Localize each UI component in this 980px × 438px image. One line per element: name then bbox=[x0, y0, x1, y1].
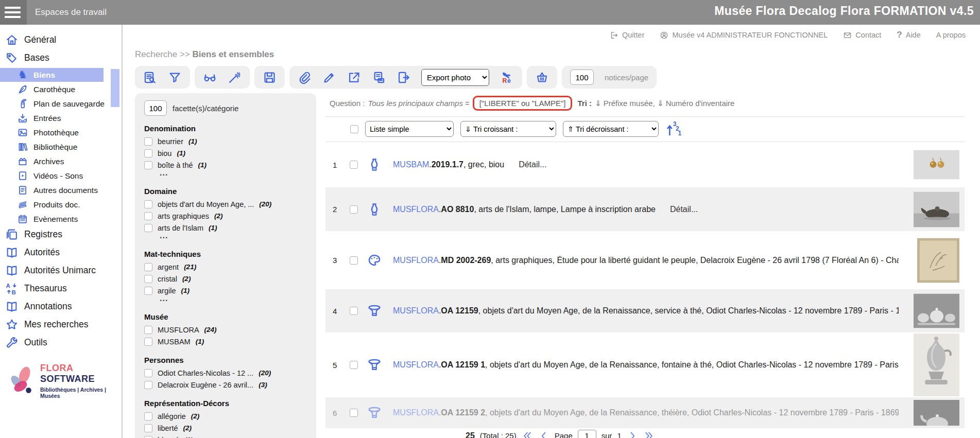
basket-icon[interactable] bbox=[535, 71, 549, 84]
user-account-link[interactable]: Musée v4 ADMINISTRATEUR FONCTIONNEL bbox=[660, 31, 828, 40]
rabbit-re-icon[interactable]: Re bbox=[500, 71, 514, 84]
sidebar-item-carotheque[interactable]: Carothèque bbox=[0, 82, 122, 96]
about-link[interactable]: A propos bbox=[936, 31, 966, 39]
facet-checkbox[interactable] bbox=[144, 424, 152, 432]
print-file-icon[interactable] bbox=[372, 71, 386, 84]
sidebar-item-entrees[interactable]: Entrées bbox=[0, 111, 122, 125]
facet-checkbox[interactable] bbox=[144, 369, 152, 377]
sidebar-item-general[interactable]: Général bbox=[0, 32, 122, 48]
result-thumbnail-samovar[interactable] bbox=[914, 334, 959, 396]
facet-group-domaine: Domaineobjets d'art du Moyen Age, ...(20… bbox=[144, 187, 307, 241]
sidebar-item-bases[interactable]: Bases bbox=[0, 50, 122, 66]
magic-wand-icon[interactable] bbox=[228, 71, 242, 84]
facet-count: (1) bbox=[209, 224, 217, 232]
edit-pencil-icon[interactable] bbox=[322, 71, 336, 84]
sidebar-item-mes-recherches[interactable]: Mes recherches bbox=[0, 317, 122, 332]
sidebar-item-produits-doc[interactable]: Produits doc. bbox=[0, 198, 122, 212]
page-number-input[interactable] bbox=[578, 430, 596, 438]
museum-prefix-link[interactable]: MUSFLORA bbox=[393, 256, 439, 265]
save-icon[interactable] bbox=[263, 71, 277, 84]
facet-count: (1) bbox=[196, 338, 204, 345]
museum-prefix-link[interactable]: MUSBAM bbox=[393, 160, 429, 169]
sort-descending-select[interactable]: ⇑ Tri décroissant : bbox=[563, 121, 659, 137]
museum-prefix-link[interactable]: MUSFLORA bbox=[393, 408, 439, 417]
result-thumbnail-teapot[interactable] bbox=[914, 400, 959, 426]
facet-checkbox[interactable] bbox=[144, 287, 152, 295]
facet-checkbox[interactable] bbox=[144, 381, 152, 389]
attachment-icon[interactable] bbox=[298, 71, 312, 84]
result-checkbox[interactable] bbox=[350, 256, 358, 265]
facet-checkbox[interactable] bbox=[144, 161, 152, 169]
sidebar-item-autres-documents[interactable]: Autres documents bbox=[0, 183, 122, 197]
select-all-checkbox[interactable] bbox=[350, 125, 358, 133]
sidebar-item-phototheque[interactable]: Photothèque bbox=[0, 126, 122, 139]
facet-checkbox[interactable] bbox=[144, 212, 152, 220]
sidebar-item-archives[interactable]: Archives bbox=[0, 154, 122, 168]
result-number: 4 bbox=[333, 307, 343, 316]
previous-page-icon[interactable] bbox=[538, 430, 549, 438]
facet-checkbox[interactable] bbox=[144, 338, 152, 346]
export-file-icon[interactable] bbox=[397, 71, 410, 84]
result-checkbox[interactable] bbox=[350, 205, 358, 214]
contact-link[interactable]: Contact bbox=[843, 31, 881, 40]
facet-checkbox[interactable] bbox=[144, 137, 152, 146]
sidebar-scrollbar-thumb[interactable] bbox=[111, 69, 119, 107]
next-page-icon[interactable] bbox=[627, 430, 638, 438]
notices-per-page-input[interactable] bbox=[570, 69, 594, 85]
list-search-icon[interactable] bbox=[143, 71, 157, 84]
sidebar-item-videos-sons[interactable]: Vidéos - Sons bbox=[0, 169, 122, 183]
result-thumbnail-earrings[interactable] bbox=[914, 150, 959, 180]
facet-checkbox[interactable] bbox=[144, 436, 152, 438]
sidebar-item-label: Autorités bbox=[24, 247, 60, 258]
result-thumbnail-drawing[interactable] bbox=[917, 238, 959, 283]
sidebar-item-outils[interactable]: Outils bbox=[0, 335, 122, 351]
display-mode-select[interactable]: Liste simple bbox=[365, 121, 454, 137]
facet-checkbox[interactable] bbox=[144, 326, 152, 334]
export-photo-select[interactable]: Export photo bbox=[421, 69, 489, 86]
facet-count-input[interactable] bbox=[144, 100, 167, 116]
facet-checkbox[interactable] bbox=[144, 412, 152, 421]
facet-checkbox[interactable] bbox=[144, 275, 152, 283]
first-page-icon[interactable] bbox=[522, 430, 533, 438]
result-checkbox[interactable] bbox=[350, 161, 358, 169]
facet-checkbox[interactable] bbox=[144, 200, 152, 208]
sidebar-item-bibliotheque[interactable]: Bibliothèque bbox=[0, 140, 122, 154]
glasses-view-icon[interactable] bbox=[203, 71, 217, 84]
result-thumbnail-oil-lamp[interactable] bbox=[914, 191, 959, 227]
sidebar-item-evenements[interactable]: Evènements bbox=[0, 212, 122, 226]
detail-link[interactable]: Détail... bbox=[670, 205, 698, 214]
hamburger-menu-icon[interactable] bbox=[0, 0, 27, 25]
sidebar-item-plan-de-sauvegarde[interactable]: Plan de sauvegarde bbox=[0, 97, 122, 111]
sidebar-item-autorites-unimarc[interactable]: Autorités Unimarc bbox=[0, 262, 122, 278]
sidebar-item-autorites[interactable]: Autorités bbox=[0, 244, 122, 260]
query-operator: = bbox=[465, 99, 470, 108]
museum-prefix-link[interactable]: MUSFLORA bbox=[393, 306, 439, 315]
facet-more-link[interactable]: ... bbox=[160, 296, 307, 304]
last-page-icon[interactable] bbox=[643, 430, 655, 438]
facet-panel: facette(s)/catégorie Denominationbeurrie… bbox=[135, 93, 316, 438]
museum-prefix-link[interactable]: MUSFLORA bbox=[393, 360, 439, 369]
museum-prefix-link[interactable]: MUSFLORA bbox=[393, 205, 439, 214]
sidebar-item-registres[interactable]: Registres bbox=[0, 226, 122, 242]
facet-more-link[interactable]: ... bbox=[160, 234, 307, 241]
sort-ascending-select[interactable]: ⇓ Tri croissant : bbox=[460, 121, 556, 137]
facet-more-link[interactable]: ... bbox=[160, 171, 307, 179]
facet-checkbox[interactable] bbox=[144, 263, 152, 271]
result-checkbox[interactable] bbox=[350, 361, 358, 369]
filter-funnel-icon[interactable] bbox=[168, 71, 182, 84]
sort-321-icon[interactable]: 321 bbox=[665, 121, 681, 137]
facet-group-musee: MuséeMUSFLORA(24)MUSBAM(1) bbox=[144, 312, 307, 347]
facet-checkbox[interactable] bbox=[144, 149, 152, 157]
external-link-icon[interactable] bbox=[347, 71, 361, 84]
sidebar-item-thesaurus[interactable]: ABThesaurus bbox=[0, 281, 122, 296]
breadcrumb-root[interactable]: Recherche bbox=[135, 49, 177, 59]
result-checkbox[interactable] bbox=[350, 307, 358, 315]
quit-link[interactable]: Quitter bbox=[610, 31, 645, 40]
help-link[interactable]: ? Aide bbox=[897, 30, 920, 40]
result-thumbnail-tea-service[interactable] bbox=[914, 294, 959, 328]
result-checkbox[interactable] bbox=[350, 409, 358, 417]
sidebar-item-annotations[interactable]: Annotations bbox=[0, 299, 122, 314]
detail-link[interactable]: Détail... bbox=[519, 160, 546, 169]
facet-checkbox[interactable] bbox=[144, 224, 152, 232]
sidebar-item-biens[interactable]: ♞Biens bbox=[0, 68, 104, 82]
